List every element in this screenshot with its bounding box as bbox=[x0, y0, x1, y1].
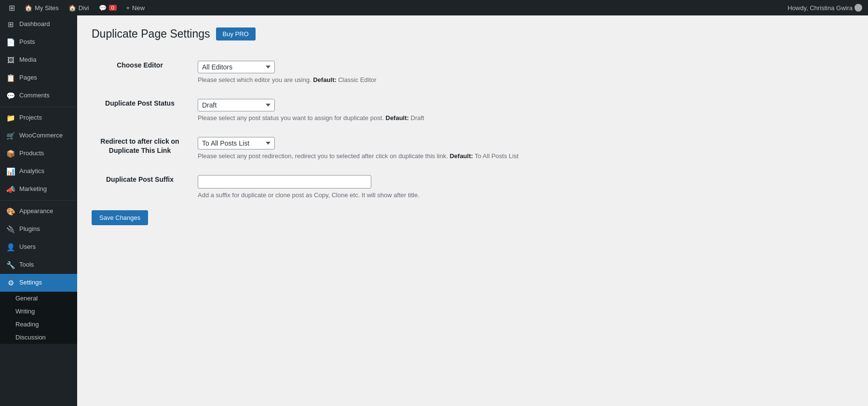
sidebar-label-analytics: Analytics bbox=[19, 167, 44, 176]
sidebar-label-dashboard: Dashboard bbox=[19, 20, 50, 28]
marketing-icon: 📣 bbox=[6, 184, 15, 194]
sidebar-item-pages[interactable]: 📋 Pages bbox=[0, 69, 77, 87]
comments-sidebar-icon: 💬 bbox=[6, 91, 15, 101]
submenu-item-general[interactable]: General bbox=[0, 292, 77, 305]
comments-button[interactable]: 💬 0 bbox=[94, 0, 122, 15]
divi-house-icon: 🏠 bbox=[68, 4, 76, 12]
projects-icon: 📁 bbox=[6, 113, 15, 123]
sidebar-item-comments[interactable]: 💬 Comments bbox=[0, 87, 77, 105]
admin-bar: ⊞ 🏠 My Sites 🏠 Divi 💬 0 + New Howdy, Chr… bbox=[0, 0, 868, 15]
appearance-icon: 🎨 bbox=[6, 206, 15, 217]
users-icon: 👤 bbox=[6, 242, 15, 252]
sidebar-item-settings[interactable]: ⚙ Settings bbox=[0, 274, 77, 292]
divi-label: Divi bbox=[79, 4, 89, 12]
table-row-suffix: Duplicate Post Suffix Add a suffix for d… bbox=[92, 167, 854, 206]
field-choose-editor: All Editors Classic Editor Gutenberg Edi… bbox=[198, 53, 854, 91]
sidebar-label-comments: Comments bbox=[19, 91, 50, 100]
avatar bbox=[854, 4, 862, 12]
woocommerce-icon: 🛒 bbox=[6, 131, 15, 141]
my-sites-house-icon: 🏠 bbox=[25, 4, 32, 12]
sidebar-item-plugins[interactable]: 🔌 Plugins bbox=[0, 220, 77, 238]
user-greeting: Howdy, Christina Gwira bbox=[787, 4, 853, 12]
sidebar-label-appearance: Appearance bbox=[19, 207, 53, 216]
redirect-select[interactable]: To All Posts List To New Draft To Origin… bbox=[198, 137, 275, 149]
wp-logo-button[interactable]: ⊞ bbox=[4, 0, 20, 15]
my-sites-label: My Sites bbox=[35, 4, 59, 12]
sidebar-label-media: Media bbox=[19, 55, 36, 64]
plugins-icon: 🔌 bbox=[6, 224, 15, 234]
submenu-item-reading[interactable]: Reading bbox=[0, 318, 77, 331]
sidebar-item-tools[interactable]: 🔧 Tools bbox=[0, 256, 77, 274]
table-row-post-status: Duplicate Post Status Draft Published Pe… bbox=[92, 91, 854, 129]
plus-icon: + bbox=[126, 4, 130, 12]
sidebar-label-products: Products bbox=[19, 149, 44, 158]
field-suffix: Add a suffix for duplicate or clone post… bbox=[198, 167, 854, 206]
sidebar-label-settings: Settings bbox=[19, 278, 42, 287]
pages-icon: 📋 bbox=[6, 73, 15, 83]
form-table: Choose Editor All Editors Classic Editor… bbox=[92, 53, 854, 206]
sidebar-item-products[interactable]: 📦 Products bbox=[0, 145, 77, 162]
sidebar-label-posts: Posts bbox=[19, 38, 35, 46]
sidebar-item-projects[interactable]: 📁 Projects bbox=[0, 109, 77, 127]
sidebar-item-woocommerce[interactable]: 🛒 WooCommerce bbox=[0, 127, 77, 145]
posts-icon: 📄 bbox=[6, 37, 15, 47]
submenu-label-general: General bbox=[15, 295, 38, 302]
sidebar-item-analytics[interactable]: 📊 Analytics bbox=[0, 162, 77, 180]
choose-editor-select[interactable]: All Editors Classic Editor Gutenberg Edi… bbox=[198, 61, 275, 73]
new-button[interactable]: + New bbox=[122, 0, 150, 15]
label-suffix: Duplicate Post Suffix bbox=[92, 167, 198, 206]
buy-pro-button[interactable]: Buy PRO bbox=[216, 27, 256, 41]
post-status-description: Please select any post status you want t… bbox=[198, 114, 854, 122]
save-changes-button[interactable]: Save Changes bbox=[92, 210, 148, 225]
sidebar: ⊞ Dashboard 📄 Posts 🖼 Media 📋 Pages 💬 Co… bbox=[0, 15, 77, 406]
label-redirect: Redirect to after click on Duplicate Thi… bbox=[92, 129, 198, 167]
products-icon: 📦 bbox=[6, 149, 15, 159]
media-icon: 🖼 bbox=[6, 55, 15, 65]
choose-editor-description: Please select which editor you are using… bbox=[198, 76, 854, 83]
settings-form: Choose Editor All Editors Classic Editor… bbox=[92, 53, 854, 225]
comments-icon: 💬 bbox=[99, 4, 107, 12]
divi-button[interactable]: 🏠 Divi bbox=[64, 0, 94, 15]
sidebar-item-media[interactable]: 🖼 Media bbox=[0, 51, 77, 69]
submenu-item-writing[interactable]: Writing bbox=[0, 305, 77, 318]
tools-icon: 🔧 bbox=[6, 260, 15, 270]
submenu-item-discussion[interactable]: Discussion bbox=[0, 331, 77, 344]
page-title-row: Duplicate Page Settings Buy PRO bbox=[92, 27, 854, 41]
sidebar-label-users: Users bbox=[19, 243, 36, 251]
main-content: Duplicate Page Settings Buy PRO Choose E… bbox=[77, 15, 868, 406]
sidebar-label-marketing: Marketing bbox=[19, 185, 47, 193]
settings-icon: ⚙ bbox=[6, 278, 15, 288]
dashboard-icon: ⊞ bbox=[6, 19, 15, 29]
sidebar-item-dashboard[interactable]: ⊞ Dashboard bbox=[0, 15, 77, 33]
sidebar-label-plugins: Plugins bbox=[19, 225, 40, 233]
table-row-choose-editor: Choose Editor All Editors Classic Editor… bbox=[92, 53, 854, 91]
admin-bar-user: Howdy, Christina Gwira bbox=[787, 0, 868, 15]
sidebar-label-woocommerce: WooCommerce bbox=[19, 131, 63, 140]
wp-icon: ⊞ bbox=[9, 3, 15, 13]
label-choose-editor: Choose Editor bbox=[92, 53, 198, 91]
sidebar-label-pages: Pages bbox=[19, 73, 37, 82]
sidebar-item-marketing[interactable]: 📣 Marketing bbox=[0, 180, 77, 198]
suffix-description: Add a suffix for duplicate or clone post… bbox=[198, 191, 854, 199]
suffix-input[interactable] bbox=[198, 175, 371, 189]
new-label: New bbox=[132, 4, 145, 12]
sidebar-label-tools: Tools bbox=[19, 260, 34, 269]
redirect-description: Please select any post redirection, redi… bbox=[198, 152, 854, 160]
submenu-label-discussion: Discussion bbox=[15, 334, 46, 341]
sidebar-item-users[interactable]: 👤 Users bbox=[0, 238, 77, 256]
page-title: Duplicate Page Settings bbox=[92, 27, 210, 41]
table-row-redirect: Redirect to after click on Duplicate Thi… bbox=[92, 129, 854, 167]
submenu-label-reading: Reading bbox=[15, 321, 39, 328]
sidebar-item-appearance[interactable]: 🎨 Appearance bbox=[0, 203, 77, 220]
my-sites-button[interactable]: 🏠 My Sites bbox=[20, 0, 64, 15]
analytics-icon: 📊 bbox=[6, 166, 15, 176]
label-post-status: Duplicate Post Status bbox=[92, 91, 198, 129]
sidebar-item-posts[interactable]: 📄 Posts bbox=[0, 33, 77, 51]
post-status-select[interactable]: Draft Published Pending Private bbox=[198, 99, 275, 111]
comment-count-badge: 0 bbox=[109, 5, 117, 11]
field-post-status: Draft Published Pending Private Please s… bbox=[198, 91, 854, 129]
field-redirect: To All Posts List To New Draft To Origin… bbox=[198, 129, 854, 167]
sidebar-label-projects: Projects bbox=[19, 113, 42, 122]
submenu-label-writing: Writing bbox=[15, 308, 35, 315]
